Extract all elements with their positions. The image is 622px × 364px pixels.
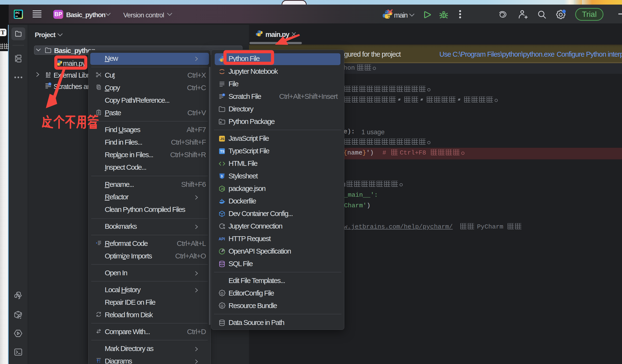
svg-text:PC: PC — [16, 11, 20, 15]
svg-text:JS: JS — [220, 137, 224, 141]
svg-text:API: API — [219, 237, 225, 241]
svg-text:TS: TS — [220, 150, 225, 153]
svg-text:3: 3 — [221, 175, 223, 178]
svg-text:JS: JS — [220, 187, 224, 191]
